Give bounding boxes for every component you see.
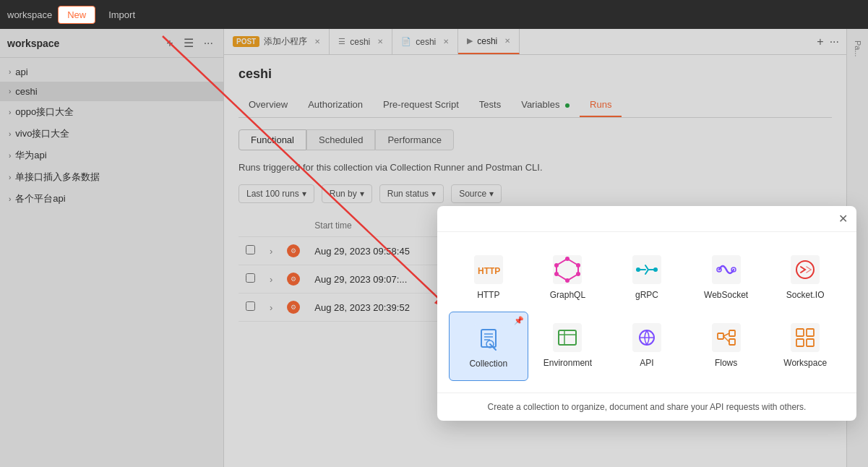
close-icon[interactable]: ✕: [377, 38, 383, 46]
tab-label: ceshi: [350, 37, 370, 47]
sub-tab-functional[interactable]: Functional: [239, 129, 306, 150]
svg-rect-40: [796, 329, 804, 336]
svg-text:HTTP: HTTP: [478, 266, 500, 276]
svg-point-11: [554, 263, 559, 267]
modal-item-graphql[interactable]: GraphQL: [528, 244, 608, 312]
sidebar-item-api[interactable]: › api: [0, 62, 223, 82]
filter-runby[interactable]: Run by ▾: [322, 184, 372, 203]
dropdown-icon: ▾: [360, 189, 364, 199]
modal-item-api[interactable]: API: [607, 312, 687, 381]
modal-item-environment[interactable]: Environment: [528, 312, 608, 381]
new-button[interactable]: New: [58, 6, 95, 24]
expand-icon[interactable]: ›: [270, 302, 272, 313]
tab-actions: + ···: [809, 35, 846, 48]
sidebar-title: workspace: [7, 38, 159, 49]
svg-rect-39: [791, 323, 820, 352]
dropdown-icon: ▾: [431, 189, 436, 199]
modal-item-flows[interactable]: Flows: [687, 312, 766, 381]
run-tab-icon: ▶: [467, 36, 473, 46]
modal-item-label: Collection: [469, 359, 507, 369]
row-checkbox[interactable]: [246, 245, 255, 254]
modal-close-button[interactable]: ✕: [838, 212, 848, 226]
modal-item-label: Flows: [715, 358, 737, 368]
nav-tab-runs[interactable]: Runs: [580, 93, 622, 117]
chevron-icon: ›: [9, 173, 11, 181]
svg-point-9: [565, 278, 570, 283]
sidebar-item-label: 各个平台api: [15, 192, 215, 205]
nav-tab-variables[interactable]: Variables: [511, 93, 580, 117]
filter-last100[interactable]: Last 100 runs ▾: [239, 184, 314, 203]
tab-label: 添加小程序: [264, 35, 307, 48]
collection-title: ceshi: [239, 67, 832, 82]
tab-post-addminiprog[interactable]: POST 添加小程序 ✕: [224, 29, 330, 54]
info-text: Runs triggered for this collection via C…: [239, 162, 832, 173]
row-checkbox[interactable]: [246, 301, 255, 311]
sidebar-filter-button[interactable]: ☰: [181, 35, 197, 51]
post-badge: POST: [233, 36, 259, 47]
modal-item-workspace[interactable]: Workspace: [765, 312, 845, 381]
sidebar-item-huawei[interactable]: › 华为api: [0, 145, 223, 166]
sidebar-item-platforms[interactable]: › 各个平台api: [0, 188, 223, 210]
tab-ceshi-runs[interactable]: ▶ ceshi ✕: [458, 29, 520, 54]
tab-ceshi-document[interactable]: 📄 ceshi ✕: [392, 29, 458, 54]
modal-item-http[interactable]: HTTP HTTP: [449, 244, 528, 312]
variables-dot: [565, 103, 570, 108]
dropdown-icon: ▾: [302, 189, 306, 199]
tab-label: ceshi: [477, 36, 497, 46]
row-checkbox[interactable]: [246, 273, 255, 283]
filter-runstatus[interactable]: Run status ▾: [379, 184, 444, 203]
pin-icon: 📌: [514, 316, 524, 325]
sidebar-items: › api › ceshi › oppo接口大全 › vivo接口大全: [0, 58, 223, 467]
modal-item-label: Environment: [543, 358, 592, 368]
filter-source[interactable]: Source ▾: [451, 184, 502, 203]
close-icon[interactable]: ✕: [504, 37, 510, 45]
dropdown-icon: ▾: [489, 189, 494, 199]
sub-tab-performance[interactable]: Performance: [375, 129, 453, 150]
svg-rect-42: [796, 339, 804, 346]
create-new-modal[interactable]: ✕ HTTP HTTP: [437, 206, 856, 421]
sidebar-item-oppo[interactable]: › oppo接口大全: [0, 101, 223, 123]
socketio-icon: [791, 255, 820, 284]
svg-rect-27: [559, 330, 576, 345]
modal-footer-text: Create a collection to organize, documen…: [488, 402, 807, 412]
add-tab-button[interactable]: +: [817, 35, 823, 48]
svg-rect-33: [712, 323, 741, 352]
environment-icon: [553, 323, 582, 352]
svg-rect-35: [729, 330, 735, 336]
nav-tab-tests[interactable]: Tests: [469, 93, 511, 117]
filters-row: Last 100 runs ▾ Run by ▾ Run status ▾ So…: [239, 184, 832, 203]
close-icon[interactable]: ✕: [443, 38, 449, 46]
import-button[interactable]: Import: [101, 7, 142, 23]
modal-item-websocket[interactable]: WebSocket: [687, 244, 766, 312]
chevron-icon: ›: [9, 152, 11, 160]
expand-icon[interactable]: ›: [270, 274, 272, 285]
sidebar-more-button[interactable]: ···: [201, 35, 216, 51]
modal-item-socketio[interactable]: Socket.IO: [765, 244, 845, 312]
sub-tab-scheduled[interactable]: Scheduled: [306, 129, 375, 150]
sidebar-item-single[interactable]: › 单接口插入多条数据: [0, 166, 223, 188]
more-tabs-button[interactable]: ···: [830, 35, 839, 48]
modal-item-label: API: [640, 358, 653, 368]
nav-tab-overview[interactable]: Overview: [239, 93, 298, 117]
svg-point-7: [576, 263, 580, 267]
nav-tab-authorization[interactable]: Authorization: [298, 93, 373, 117]
modal-item-grpc[interactable]: gRPC: [607, 244, 687, 312]
modal-item-collection[interactable]: 📌 Collection: [449, 312, 528, 381]
svg-point-13: [636, 267, 640, 272]
nav-tab-prerequest[interactable]: Pre-request Script: [373, 93, 469, 117]
sidebar-item-vivo[interactable]: › vivo接口大全: [0, 123, 223, 145]
sidebar-item-label: ceshi: [15, 86, 215, 97]
close-icon[interactable]: ✕: [314, 38, 320, 46]
sidebar-item-label: vivo接口大全: [15, 127, 215, 140]
svg-point-17: [731, 267, 736, 272]
document-tab-icon: 📄: [401, 37, 411, 46]
sidebar-item-label: 华为api: [15, 149, 215, 162]
modal-item-label: WebSocket: [704, 290, 748, 300]
sidebar-add-button[interactable]: +: [163, 35, 176, 51]
workspace-label: workspace: [7, 9, 52, 20]
expand-icon[interactable]: ›: [270, 246, 272, 257]
check-header: [239, 215, 262, 237]
tab-ceshi-collection[interactable]: ☰ ceshi ✕: [330, 29, 392, 54]
sidebar: workspace + ☰ ··· › api › ceshi ›: [0, 29, 224, 467]
sidebar-item-ceshi[interactable]: › ceshi: [0, 82, 223, 101]
